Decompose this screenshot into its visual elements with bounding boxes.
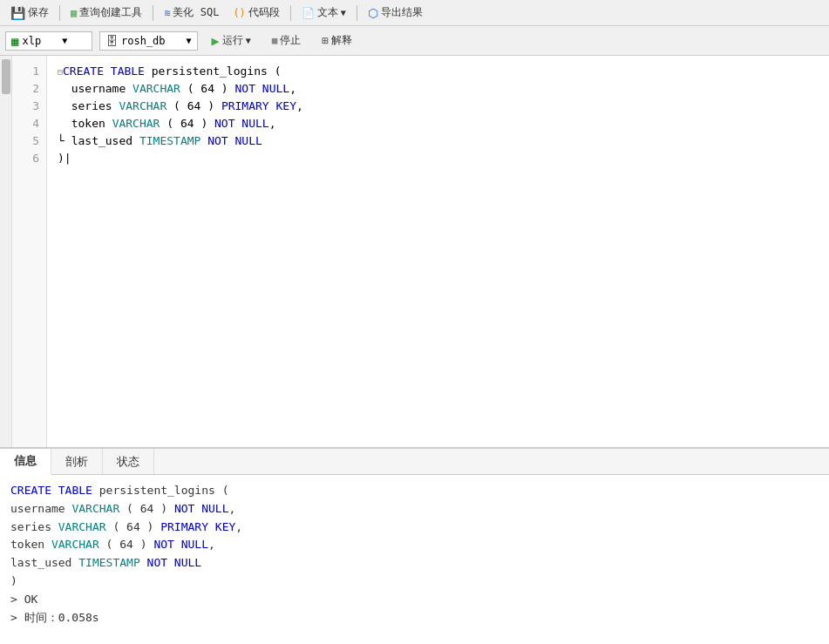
sep-3 — [290, 5, 291, 21]
main-toolbar: 💾 保存 ▦ 查询创建工具 ≋ 美化 SQL () 代码段 📄 文本 ▼ ⬡ 导… — [0, 0, 829, 26]
code-token: NOT NULL — [207, 134, 262, 147]
database-icon: 🗄 — [105, 34, 118, 48]
code-token: token — [58, 117, 112, 130]
code-token: VARCHAR — [112, 117, 160, 130]
bottom-tab-信息[interactable]: 信息 — [0, 449, 51, 475]
beautify-button[interactable]: ≋ 美化 SQL — [159, 3, 224, 22]
editor-container: 123456 ⊟CREATE TABLE persistent_logins (… — [0, 56, 829, 448]
stop-icon: ■ — [272, 35, 278, 46]
database-selector[interactable]: 🗄 rosh_db ▼ — [99, 31, 198, 51]
beautify-icon: ≋ — [164, 7, 170, 19]
run-label: 运行 — [222, 33, 243, 48]
explain-button[interactable]: ⊞ 解释 — [315, 31, 359, 50]
bottom-tab-状态[interactable]: 状态 — [103, 449, 154, 474]
code-token: , — [296, 99, 303, 112]
code-token: CREATE TABLE — [63, 64, 145, 78]
code-editor[interactable]: ⊟CREATE TABLE persistent_logins ( userna… — [47, 56, 829, 447]
code-line: ⊟CREATE TABLE persistent_logins ( — [58, 63, 819, 80]
text-icon: 📄 — [302, 7, 315, 19]
code-token: ( 64 ) — [160, 117, 214, 130]
result-line: ) — [10, 573, 819, 591]
export-label: 导出结果 — [381, 5, 423, 20]
connection-selector[interactable]: ▦ xlp ▼ — [5, 31, 92, 51]
bottom-tab-剖析[interactable]: 剖析 — [51, 449, 103, 474]
code-line: token VARCHAR ( 64 ) NOT NULL, — [58, 115, 819, 132]
code-block-button[interactable]: () 代码段 — [228, 3, 284, 22]
result-line: username VARCHAR ( 64 ) NOT NULL, — [10, 500, 819, 519]
result-line: CREATE TABLE persistent_logins ( — [10, 482, 819, 500]
export-button[interactable]: ⬡ 导出结果 — [363, 3, 428, 22]
query-tool-icon: ▦ — [71, 7, 77, 19]
play-icon: ▶ — [212, 33, 220, 49]
code-token: ( 64 ) — [180, 82, 235, 95]
code-token: , — [289, 82, 296, 95]
code-token: VARCHAR — [119, 99, 166, 112]
explain-label: 解释 — [331, 33, 352, 48]
code-token: persistent_logins ( — [145, 64, 282, 78]
code-line: username VARCHAR ( 64 ) NOT NULL, — [58, 80, 819, 98]
result-line: token VARCHAR ( 64 ) NOT NULL, — [10, 536, 819, 554]
query-tool-button[interactable]: ▦ 查询创建工具 — [65, 3, 147, 22]
code-block-label: 代码段 — [248, 5, 280, 20]
stop-button[interactable]: ■ 停止 — [265, 31, 309, 50]
code-token: , — [269, 117, 276, 130]
code-block-icon: () — [233, 7, 245, 19]
save-label: 保存 — [28, 5, 49, 20]
line-number: 4 — [12, 115, 46, 132]
text-button[interactable]: 📄 文本 ▼ — [296, 3, 351, 22]
text-label: 文本 — [317, 5, 338, 20]
line-number: 3 — [12, 98, 46, 115]
result-line: > 时间：0.058s — [10, 609, 819, 627]
code-token: NOT NULL — [214, 117, 269, 130]
line-numbers: 123456 — [12, 56, 47, 447]
code-token: PRIMARY KEY — [221, 99, 296, 112]
explain-icon: ⊞ — [322, 34, 329, 47]
line-number: 5 — [12, 132, 46, 150]
export-icon: ⬡ — [368, 6, 378, 20]
bottom-content: CREATE TABLE persistent_logins (username… — [0, 475, 829, 634]
code-line: )| — [58, 150, 819, 167]
database-dropdown-icon: ▼ — [187, 36, 192, 45]
left-scroll-area — [0, 56, 12, 447]
sep-4 — [357, 5, 357, 21]
main-content: 123456 ⊟CREATE TABLE persistent_logins (… — [0, 56, 829, 644]
run-dropdown-icon: ▼ — [246, 36, 251, 45]
code-token: TIMESTAMP — [139, 134, 200, 147]
line-number: 1 — [12, 63, 46, 80]
line-number: 6 — [12, 150, 46, 167]
bottom-panel: 信息剖析状态 CREATE TABLE persistent_logins (u… — [0, 448, 829, 644]
code-line: series VARCHAR ( 64 ) PRIMARY KEY, — [58, 98, 819, 115]
code-token: NOT NULL — [235, 82, 290, 95]
code-token: VARCHAR — [133, 82, 180, 95]
code-line: └ last_used TIMESTAMP NOT NULL — [58, 132, 819, 150]
connection-value: xlp — [22, 35, 41, 47]
bottom-tabs: 信息剖析状态 — [0, 449, 829, 475]
query-tool-label: 查询创建工具 — [79, 5, 142, 20]
code-token: username — [58, 82, 133, 95]
sep-1 — [59, 5, 60, 21]
connection-icon: ▦ — [11, 34, 18, 48]
result-line: last_used TIMESTAMP NOT NULL — [10, 554, 819, 573]
code-token: )| — [58, 152, 71, 165]
stop-label: 停止 — [280, 33, 301, 48]
result-line: > OK — [10, 591, 819, 609]
run-button[interactable]: ▶ 运行 ▼ — [205, 31, 258, 51]
sep-2 — [153, 5, 153, 21]
connection-dropdown-icon: ▼ — [62, 36, 67, 45]
code-token: series — [58, 99, 119, 112]
code-token: └ last_used — [58, 134, 139, 147]
left-scroll-thumb — [2, 59, 10, 94]
save-icon: 💾 — [10, 6, 25, 20]
save-button[interactable]: 💾 保存 — [5, 3, 54, 22]
beautify-label: 美化 SQL — [173, 5, 219, 20]
result-line: series VARCHAR ( 64 ) PRIMARY KEY, — [10, 519, 819, 537]
database-value: rosh_db — [121, 35, 166, 47]
text-dropdown-icon: ▼ — [341, 8, 346, 17]
db-bar: ▦ xlp ▼ 🗄 rosh_db ▼ ▶ 运行 ▼ ■ 停止 ⊞ 解释 — [0, 26, 829, 56]
line-number: 2 — [12, 80, 46, 98]
code-token: ( 64 ) — [166, 99, 221, 112]
